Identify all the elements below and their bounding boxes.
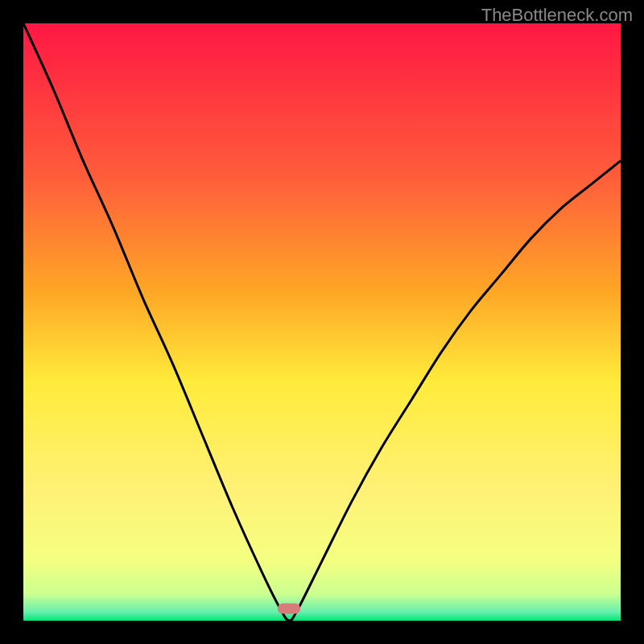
minimum-marker — [278, 604, 300, 614]
plot-area — [23, 23, 621, 621]
bottleneck-curve — [23, 23, 621, 621]
watermark-text: TheBottleneck.com — [481, 5, 633, 26]
